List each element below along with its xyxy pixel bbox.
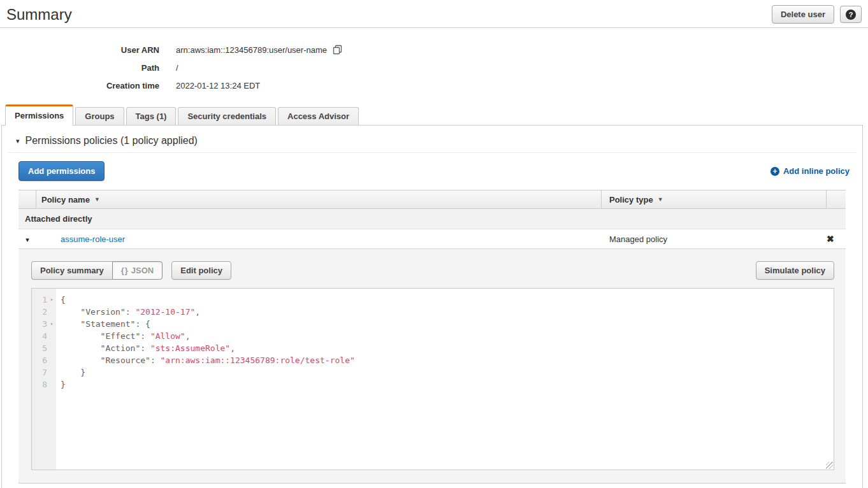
- add-inline-policy-link[interactable]: + Add inline policy: [770, 166, 850, 176]
- gutter-line: 7: [32, 366, 56, 378]
- braces-icon: {}: [121, 266, 129, 275]
- permissions-policies-heading-text: Permissions policies (1 policy applied): [25, 135, 198, 147]
- header-divider: [0, 27, 868, 28]
- page-title: Summary: [6, 6, 72, 24]
- collapse-caret-icon[interactable]: ▾: [16, 137, 20, 145]
- creation-time-label: Creation time: [0, 81, 159, 90]
- tab-groups[interactable]: Groups: [75, 107, 124, 125]
- copy-icon[interactable]: [333, 45, 342, 55]
- code-line: "Resource": "arn:aws:iam::123456789:role…: [61, 354, 355, 366]
- sort-caret-icon: ▼: [658, 196, 663, 203]
- editor-code[interactable]: { "Version": "2012-10-17", "Statement": …: [56, 289, 355, 470]
- policy-type-column-header[interactable]: Policy type ▼: [602, 190, 827, 208]
- tab-tags[interactable]: Tags (1): [126, 107, 177, 125]
- actions-column-header: [827, 190, 846, 208]
- code-line: "Effect": "Allow",: [61, 330, 355, 342]
- permissions-tab-content: ▾ Permissions policies (1 policy applied…: [1, 126, 863, 488]
- code-line: }: [61, 366, 355, 378]
- policy-actions-row: Add permissions + Add inline policy: [2, 153, 862, 189]
- code-line: }: [61, 378, 355, 391]
- user-info-block: User ARN arn:aws:iam::123456789:user/use…: [0, 41, 868, 94]
- tab-security-credentials[interactable]: Security credentials: [178, 107, 276, 125]
- delete-user-button[interactable]: Delete user: [772, 5, 834, 24]
- attached-directly-group-row: Attached directly: [18, 209, 846, 229]
- row-expand-caret-icon[interactable]: ▾: [25, 236, 29, 243]
- add-permissions-button[interactable]: Add permissions: [18, 161, 105, 181]
- sort-caret-icon: ▼: [94, 196, 100, 203]
- view-toggle-button-group: Policy summary {}JSON: [31, 261, 163, 280]
- code-line: "Version": "2012-10-17",: [61, 306, 355, 318]
- help-button[interactable]: ?: [840, 6, 862, 23]
- policy-type-cell: Managed policy: [602, 234, 827, 244]
- gutter-line: 6: [32, 354, 56, 366]
- policy-detail-buttons: Policy summary {}JSON Edit policy Simula…: [31, 261, 834, 280]
- json-view-button[interactable]: {}JSON: [112, 261, 163, 280]
- gutter-line: 3▾: [32, 318, 56, 330]
- detach-policy-x-icon[interactable]: ✖: [827, 234, 834, 244]
- expand-column-header: [18, 190, 36, 208]
- json-policy-editor[interactable]: 1▾23▾45678 { "Version": "2012-10-17", "S…: [31, 288, 834, 470]
- user-arn-value: arn:aws:iam::123456789:user/user-name: [176, 45, 327, 55]
- policy-detail-panel: Policy summary {}JSON Edit policy Simula…: [18, 249, 846, 484]
- editor-resize-handle[interactable]: [826, 462, 833, 469]
- gutter-line: 5: [32, 342, 56, 354]
- simulate-policy-button[interactable]: Simulate policy: [756, 261, 834, 280]
- tab-access-advisor[interactable]: Access Advisor: [278, 107, 359, 125]
- policy-name-link[interactable]: assume-role-user: [61, 234, 125, 244]
- editor-gutter: 1▾23▾45678: [32, 289, 56, 470]
- fold-caret-icon[interactable]: ▾: [47, 318, 56, 330]
- code-line: "Statement": {: [61, 318, 355, 330]
- policy-summary-button[interactable]: Policy summary: [31, 261, 112, 280]
- policy-table-row: ▾ assume-role-user Managed policy ✖: [18, 229, 846, 249]
- code-line: {: [61, 294, 355, 306]
- question-mark-icon: ?: [846, 10, 856, 20]
- path-label: Path: [0, 63, 159, 73]
- path-value: /: [176, 63, 178, 73]
- header-actions: Delete user ?: [772, 5, 862, 24]
- user-arn-label: User ARN: [0, 45, 159, 55]
- code-line: "Action": "sts:AssumeRole",: [61, 342, 355, 354]
- fold-caret-icon[interactable]: ▾: [47, 294, 56, 306]
- policy-name-column-header[interactable]: Policy name ▼: [36, 190, 602, 208]
- tab-bar: Permissions Groups Tags (1) Security cre…: [1, 104, 863, 126]
- gutter-line: 8: [32, 378, 56, 391]
- page-header: Summary Delete user ?: [0, 0, 868, 27]
- edit-policy-button[interactable]: Edit policy: [171, 261, 231, 280]
- info-row-user-arn: User ARN arn:aws:iam::123456789:user/use…: [0, 41, 868, 59]
- policies-table: Policy name ▼ Policy type ▼ Attached dir…: [18, 190, 846, 484]
- policies-table-header: Policy name ▼ Policy type ▼: [18, 190, 846, 209]
- gutter-line: 1▾: [32, 294, 56, 306]
- info-row-path: Path /: [0, 59, 868, 76]
- info-row-creation-time: Creation time 2022-01-12 13:24 EDT: [0, 76, 868, 94]
- gutter-line: 4: [32, 330, 56, 342]
- permissions-policies-heading: ▾ Permissions policies (1 policy applied…: [2, 126, 862, 152]
- plus-circle-icon: +: [770, 167, 779, 176]
- creation-time-value: 2022-01-12 13:24 EDT: [176, 81, 260, 90]
- gutter-line: 2: [32, 306, 56, 318]
- tab-permissions[interactable]: Permissions: [5, 104, 73, 126]
